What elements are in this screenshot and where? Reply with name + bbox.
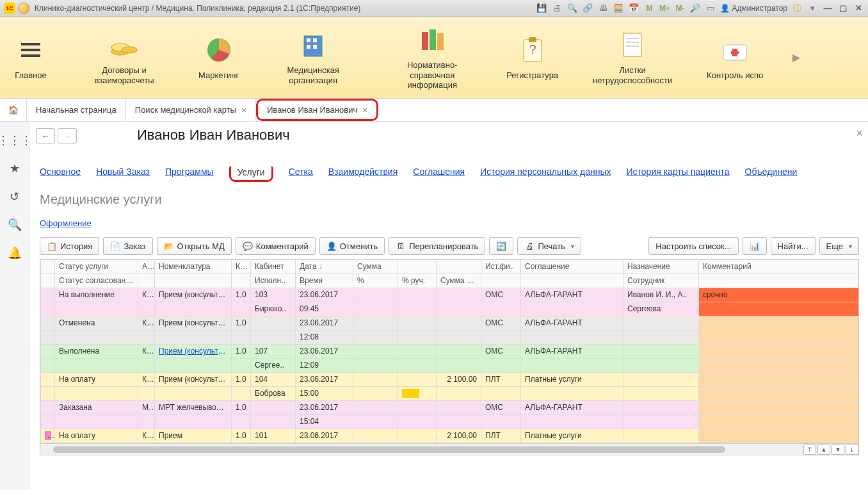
printer2-icon[interactable]: 🖶 — [597, 3, 609, 14]
table-cell[interactable] — [353, 331, 398, 345]
table-cell[interactable] — [623, 345, 699, 359]
table-cell[interactable]: 23.06.2017 — [296, 429, 353, 443]
col-header[interactable]: Соглашение — [521, 260, 623, 274]
tab-search-card[interactable]: Поиск медицинской карты× — [126, 99, 256, 121]
table-cell[interactable]: 1,0 — [232, 373, 251, 387]
close-icon[interactable]: × — [241, 105, 246, 115]
table-cell[interactable] — [521, 359, 623, 373]
subtab-1[interactable]: Новый Заказ — [96, 167, 150, 182]
table-cell[interactable]: МРТ желчевыводящ.. — [155, 401, 232, 415]
table-cell[interactable] — [232, 359, 251, 373]
col-header[interactable] — [481, 274, 521, 288]
table-cell[interactable] — [398, 288, 437, 302]
table-cell[interactable] — [623, 429, 699, 443]
table-cell[interactable] — [55, 331, 138, 345]
subtab-7[interactable]: История персональных данных — [480, 167, 611, 182]
output-button[interactable]: 📊 — [743, 237, 767, 255]
nav-forward-button[interactable]: → — [58, 128, 77, 143]
table-cell[interactable] — [437, 415, 481, 429]
config-list-button[interactable]: Настроить список... — [648, 237, 738, 255]
table-cell[interactable] — [398, 401, 437, 415]
table-cell[interactable] — [623, 401, 699, 415]
col-header[interactable]: Время — [296, 274, 353, 288]
info-icon[interactable]: ⓘ — [791, 3, 803, 14]
col-header[interactable]: Номенклатура — [155, 260, 232, 274]
m-button[interactable]: M — [643, 3, 655, 14]
table-cell[interactable]: Прием (консультация).. — [155, 373, 232, 387]
table-cell[interactable] — [232, 302, 251, 316]
table-cell[interactable] — [41, 302, 55, 316]
table-cell[interactable]: 23.06.2017 — [296, 288, 353, 302]
nav-registry[interactable]: ? Регистратура — [506, 35, 558, 81]
nav-med-org[interactable]: Медицинская организация — [268, 29, 358, 85]
table-cell[interactable]: АЛЬФА-ГАРАНТ — [521, 345, 623, 359]
col-header[interactable]: А.. — [138, 260, 155, 274]
col-header[interactable]: Сотрудник — [623, 274, 699, 288]
table-cell[interactable]: Сергее.. — [251, 359, 296, 373]
col-header[interactable]: Комментарий — [699, 260, 860, 274]
cancel-button[interactable]: 👤Отменить — [319, 237, 385, 255]
col-header[interactable]: Ист.фи.. — [481, 260, 521, 274]
home-tab-icon[interactable]: 🏠 — [0, 99, 27, 121]
table-cell[interactable] — [699, 345, 860, 359]
table-cell[interactable] — [623, 331, 699, 345]
panel-icon[interactable]: ▭ — [705, 3, 716, 14]
col-header[interactable] — [699, 274, 860, 288]
table-cell[interactable] — [437, 331, 481, 345]
table-cell[interactable] — [41, 359, 55, 373]
table-cell[interactable] — [138, 302, 155, 316]
table-cell[interactable] — [699, 316, 860, 331]
calendar-icon[interactable]: 📅 — [628, 3, 639, 14]
search-doc-icon[interactable]: 🔍 — [567, 3, 578, 14]
table-cell[interactable]: 1,0 — [232, 316, 251, 331]
table-cell[interactable]: АЛЬФА-ГАРАНТ — [521, 288, 623, 302]
table-cell[interactable] — [353, 302, 398, 316]
table-cell[interactable] — [232, 415, 251, 429]
table-cell[interactable] — [41, 345, 55, 359]
table-cell[interactable]: К.. — [138, 373, 155, 387]
nav-back-button[interactable]: ← — [36, 128, 55, 143]
col-header[interactable]: Сумма руч. — [437, 274, 481, 288]
table-cell[interactable] — [699, 359, 860, 373]
nav-reference[interactable]: Нормативно-справочная информация — [387, 24, 477, 90]
table-cell[interactable] — [353, 345, 398, 359]
table-cell[interactable]: 23.06.2017 — [296, 373, 353, 387]
close-icon[interactable]: × — [362, 105, 367, 115]
bell-icon[interactable]: 🔔 — [8, 246, 22, 260]
table-cell[interactable] — [699, 331, 860, 345]
table-cell[interactable]: 1,0 — [232, 288, 251, 302]
table-cell[interactable] — [398, 387, 437, 401]
table-cell[interactable]: 23.06.2017 — [296, 345, 353, 359]
table-cell[interactable] — [251, 415, 296, 429]
col-header[interactable]: % — [353, 274, 398, 288]
col-header[interactable]: Дата ↓ — [296, 260, 353, 274]
table-cell[interactable] — [398, 359, 437, 373]
services-table[interactable]: Статус услугиА..НоменклатураКо..КабинетД… — [40, 259, 859, 443]
table-cell[interactable]: На оплату — [55, 373, 138, 387]
table-cell[interactable]: Заказана — [55, 401, 138, 415]
table-cell[interactable]: Иванов И. И., А.. — [623, 288, 699, 302]
scroll-down-button[interactable]: ▼ — [832, 445, 844, 455]
table-cell[interactable]: На выполнение — [55, 288, 138, 302]
search-icon[interactable]: 🔍 — [8, 218, 22, 232]
table-cell[interactable] — [55, 359, 138, 373]
scroll-top-button[interactable]: ⤒ — [803, 445, 816, 455]
col-header[interactable]: Статус услуги — [55, 260, 138, 274]
table-cell[interactable]: АЛЬФА-ГАРАНТ — [521, 401, 623, 415]
subtab-0[interactable]: Основное — [40, 167, 81, 182]
table-cell[interactable]: 15:00 — [296, 387, 353, 401]
table-cell[interactable] — [521, 415, 623, 429]
table-cell[interactable] — [481, 359, 521, 373]
table-cell[interactable] — [437, 401, 481, 415]
m-plus-button[interactable]: M+ — [659, 3, 670, 14]
table-cell[interactable] — [437, 345, 481, 359]
table-cell[interactable]: На оплату — [55, 429, 138, 443]
history-button[interactable]: 📋История — [40, 237, 99, 255]
m-minus-button[interactable]: M- — [674, 3, 686, 14]
table-cell[interactable] — [41, 316, 55, 331]
table-cell[interactable]: АЛЬФА-ГАРАНТ — [521, 316, 623, 331]
table-cell[interactable] — [251, 331, 296, 345]
table-cell[interactable]: 23.06.2017 — [296, 401, 353, 415]
table-cell[interactable] — [55, 415, 138, 429]
table-cell[interactable] — [623, 415, 699, 429]
